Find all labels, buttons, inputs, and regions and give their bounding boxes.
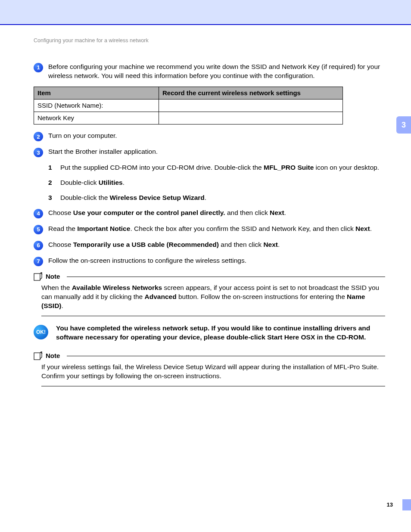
step-3: 3 Start the Brother installer applicatio… bbox=[34, 147, 385, 157]
step-3-text: Start the Brother installer application. bbox=[48, 147, 385, 157]
ok-text: You have completed the wireless network … bbox=[56, 324, 385, 342]
svg-rect-0 bbox=[34, 274, 40, 280]
settings-table: Item Record the current wireless network… bbox=[34, 87, 343, 125]
table-header-record: Record the current wireless network sett… bbox=[159, 87, 343, 99]
chapter-tab: 3 bbox=[396, 116, 411, 134]
substep-1-num: 1 bbox=[48, 163, 60, 172]
table-cell-ssid-label: SSID (Network Name): bbox=[34, 99, 159, 112]
step-badge-2: 2 bbox=[34, 132, 43, 141]
svg-rect-1 bbox=[34, 353, 40, 360]
step-5: 5 Read the Important Notice. Check the b… bbox=[34, 224, 385, 234]
header-rule bbox=[0, 24, 411, 25]
step-4: 4 Choose Use your computer or the contro… bbox=[34, 208, 385, 218]
table-cell-ssid-value bbox=[159, 99, 343, 112]
step-badge-5: 5 bbox=[34, 225, 43, 234]
step-2: 2 Turn on your computer. bbox=[34, 131, 385, 141]
table-cell-key-label: Network Key bbox=[34, 112, 159, 124]
step-4-text: Choose Use your computer or the control … bbox=[48, 208, 385, 218]
step-badge-6: 6 bbox=[34, 241, 43, 250]
ok-badge-icon: OK! bbox=[34, 325, 48, 339]
note-icon bbox=[34, 272, 43, 281]
table-row: SSID (Network Name): bbox=[34, 99, 343, 112]
note-2-rule bbox=[67, 356, 385, 356]
step-7-text: Follow the on-screen instructions to con… bbox=[48, 256, 385, 266]
step-1: 1 Before configuring your machine we rec… bbox=[34, 62, 385, 81]
note-2-header: Note bbox=[34, 352, 385, 360]
step-badge-7: 7 bbox=[34, 257, 43, 266]
table-row: Network Key bbox=[34, 112, 343, 124]
page-number: 13 bbox=[387, 501, 393, 509]
substep-3: 3 Double-click the Wireless Device Setup… bbox=[48, 193, 385, 202]
note-1-rule bbox=[67, 277, 385, 277]
step-7: 7 Follow the on-screen instructions to c… bbox=[34, 256, 385, 266]
table-cell-key-value bbox=[159, 112, 343, 124]
step-6: 6 Choose Temporarily use a USB cable (Re… bbox=[34, 240, 385, 250]
note-2-label: Note bbox=[46, 352, 60, 360]
page-content: Configuring your machine for a wireless … bbox=[34, 37, 385, 394]
header-band bbox=[0, 0, 411, 24]
chapter-number: 3 bbox=[402, 120, 406, 130]
substep-1: 1 Put the supplied CD-ROM into your CD-R… bbox=[48, 163, 385, 172]
substep-3-num: 3 bbox=[48, 193, 60, 202]
note-2: Note If your wireless settings fail, the… bbox=[34, 352, 385, 386]
substep-1-text: Put the supplied CD-ROM into your CD-ROM… bbox=[60, 163, 385, 172]
page-number-tab bbox=[402, 499, 411, 510]
step-badge-1: 1 bbox=[34, 63, 43, 72]
ok-block: OK! You have completed the wireless netw… bbox=[34, 324, 385, 342]
substep-2: 2 Double-click Utilities. bbox=[48, 178, 385, 187]
step-1-text: Before configuring your machine we recom… bbox=[48, 62, 385, 81]
note-1: Note When the Available Wireless Network… bbox=[34, 272, 385, 316]
step-2-text: Turn on your computer. bbox=[48, 131, 385, 141]
table-header-item: Item bbox=[34, 87, 159, 99]
substep-3-text: Double-click the Wireless Device Setup W… bbox=[60, 193, 385, 202]
step-badge-3: 3 bbox=[34, 148, 43, 157]
substeps: 1 Put the supplied CD-ROM into your CD-R… bbox=[48, 163, 385, 202]
substep-2-num: 2 bbox=[48, 178, 60, 187]
note-2-body: If your wireless settings fail, the Wire… bbox=[41, 363, 385, 386]
note-icon bbox=[34, 352, 43, 360]
note-1-label: Note bbox=[46, 272, 60, 281]
note-1-header: Note bbox=[34, 272, 385, 281]
note-1-body: When the Available Wireless Networks scr… bbox=[41, 283, 385, 316]
step-6-text: Choose Temporarily use a USB cable (Reco… bbox=[48, 240, 385, 250]
step-5-text: Read the Important Notice. Check the box… bbox=[48, 224, 385, 234]
step-badge-4: 4 bbox=[34, 209, 43, 218]
substep-2-text: Double-click Utilities. bbox=[60, 178, 385, 187]
breadcrumb: Configuring your machine for a wireless … bbox=[34, 37, 385, 44]
